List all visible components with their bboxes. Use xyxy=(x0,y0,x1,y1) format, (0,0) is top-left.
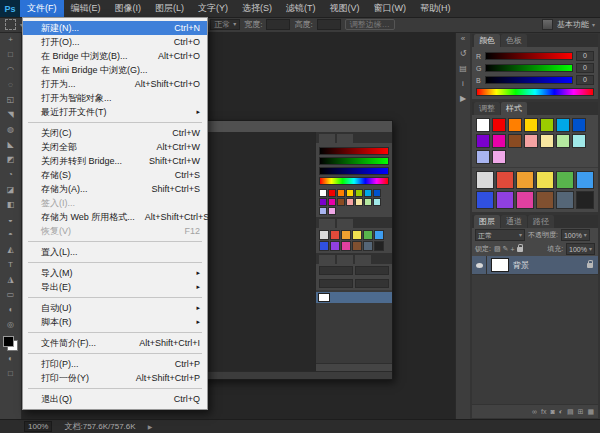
menubar-item-0[interactable]: 文件(F) xyxy=(20,0,64,17)
quick-mask-icon[interactable]: ◐ xyxy=(0,351,21,366)
swatch[interactable] xyxy=(373,198,381,206)
swatch[interactable] xyxy=(476,191,494,209)
file-menu-item-14[interactable]: 存储为 Web 所用格式...Alt+Shift+Ctrl+S xyxy=(23,210,207,224)
info-panel-icon[interactable]: i xyxy=(462,79,464,89)
lock-transparency-icon[interactable]: ▨ xyxy=(494,245,501,253)
file-menu-item-0[interactable]: 新建(N)...Ctrl+N xyxy=(23,21,207,35)
menubar-item-7[interactable]: 视图(V) xyxy=(323,0,367,17)
swatch[interactable] xyxy=(355,189,363,197)
file-menu-item-1[interactable]: 打开(O)...Ctrl+O xyxy=(23,35,207,49)
shape-tool-icon[interactable]: ▭ xyxy=(0,287,21,302)
channel-value[interactable]: 0 xyxy=(576,63,594,73)
swatch[interactable] xyxy=(330,241,340,251)
adjustment-layer-icon[interactable]: ◐ xyxy=(559,408,563,415)
swatch[interactable] xyxy=(496,191,514,209)
swatch[interactable] xyxy=(536,171,554,189)
file-menu-item-25[interactable]: 文件简介(F)...Alt+Shift+Ctrl+I xyxy=(23,336,207,350)
refine-edge-button[interactable]: 调整边缘… xyxy=(345,19,395,30)
swatch[interactable] xyxy=(540,134,554,148)
layer-row-background[interactable]: 背景 xyxy=(472,256,598,275)
file-menu-item-4[interactable]: 打开为...Alt+Shift+Ctrl+O xyxy=(23,77,207,91)
opacity-select[interactable]: 100%▾ xyxy=(561,229,590,241)
swatch[interactable] xyxy=(355,198,363,206)
swatch[interactable] xyxy=(524,134,538,148)
swatch[interactable] xyxy=(576,191,594,209)
menubar-item-9[interactable]: 帮助(H) xyxy=(413,0,458,17)
swatch[interactable] xyxy=(341,241,351,251)
swatch[interactable] xyxy=(508,134,522,148)
menubar-item-2[interactable]: 图像(I) xyxy=(108,0,149,17)
marquee-tool-icon[interactable]: □ xyxy=(0,47,21,62)
visibility-toggle[interactable] xyxy=(472,256,487,274)
layer-style-icon[interactable]: fx xyxy=(541,408,546,415)
tab-1[interactable]: 通道 xyxy=(501,215,527,228)
swatch[interactable] xyxy=(319,189,327,197)
swatch[interactable] xyxy=(319,230,329,240)
path-selection-tool-icon[interactable]: ◮ xyxy=(0,272,21,287)
swatch[interactable] xyxy=(508,118,522,132)
channel-value[interactable]: 0 xyxy=(576,75,594,85)
swatch[interactable] xyxy=(540,118,554,132)
workspace-switcher[interactable]: 基本功能▾ xyxy=(557,19,595,30)
swatch[interactable] xyxy=(352,230,362,240)
swatch[interactable] xyxy=(374,241,384,251)
new-layer-icon[interactable]: ⊞ xyxy=(578,408,584,416)
menubar-item-5[interactable]: 选择(S) xyxy=(235,0,279,17)
expand-panels-icon[interactable]: « xyxy=(461,34,465,44)
eyedropper-tool-icon[interactable]: ◥ xyxy=(0,107,21,122)
swatch[interactable] xyxy=(319,198,327,206)
tab-0[interactable]: 颜色 xyxy=(474,34,500,47)
file-menu-item-30[interactable]: 退出(Q)Ctrl+Q xyxy=(23,392,207,406)
file-menu-item-9[interactable]: 关闭全部Alt+Ctrl+W xyxy=(23,140,207,154)
file-menu-item-10[interactable]: 关闭并转到 Bridge...Shift+Ctrl+W xyxy=(23,154,207,168)
file-menu-item-6[interactable]: 最近打开文件(T)▸ xyxy=(23,105,207,119)
swatch[interactable] xyxy=(319,207,327,215)
swatch[interactable] xyxy=(363,230,373,240)
swatch[interactable] xyxy=(319,241,329,251)
swatch[interactable] xyxy=(346,198,354,206)
zoom-tool-icon[interactable]: ◎ xyxy=(0,317,21,332)
swatch[interactable] xyxy=(576,171,594,189)
file-menu-item-5[interactable]: 打开为智能对象... xyxy=(23,91,207,105)
delete-layer-icon[interactable]: ▦ xyxy=(587,408,594,416)
file-menu-item-2[interactable]: 在 Bridge 中浏览(B)...Alt+Ctrl+O xyxy=(23,49,207,63)
menubar-item-1[interactable]: 编辑(E) xyxy=(64,0,108,17)
blend-mode-select[interactable]: 正常▾ xyxy=(475,229,525,241)
menubar-item-3[interactable]: 图层(L) xyxy=(148,0,191,17)
swatch[interactable] xyxy=(476,150,490,164)
pen-tool-icon[interactable]: ◭ xyxy=(0,242,21,257)
file-menu-item-19[interactable]: 导入(M)▸ xyxy=(23,266,207,280)
height-input[interactable] xyxy=(317,19,341,30)
style-select[interactable]: 正常▾ xyxy=(210,19,240,30)
swatch[interactable] xyxy=(572,134,586,148)
width-input[interactable] xyxy=(266,19,290,30)
swatch[interactable] xyxy=(476,118,490,132)
layer-thumbnail[interactable] xyxy=(491,258,509,272)
file-menu-item-23[interactable]: 脚本(R)▸ xyxy=(23,315,207,329)
tab-0[interactable]: 图层 xyxy=(474,215,500,228)
swatch[interactable] xyxy=(328,189,336,197)
swatch[interactable] xyxy=(516,171,534,189)
blur-tool-icon[interactable]: ◒ xyxy=(0,212,21,227)
swatch[interactable] xyxy=(374,230,384,240)
tab-2[interactable]: 路径 xyxy=(528,215,554,228)
menubar-item-8[interactable]: 窗口(W) xyxy=(367,0,414,17)
screen-mode-icon[interactable]: □ xyxy=(0,366,21,381)
swatch[interactable] xyxy=(364,189,372,197)
file-menu-item-27[interactable]: 打印(P)...Ctrl+P xyxy=(23,357,207,371)
swatch[interactable] xyxy=(492,150,506,164)
layer-mask-icon[interactable]: ◙ xyxy=(550,408,554,415)
channel-slider[interactable] xyxy=(485,76,573,84)
dodge-tool-icon[interactable]: ◓ xyxy=(0,227,21,242)
zoom-level-field[interactable]: 100% xyxy=(24,421,52,432)
brush-tool-icon[interactable]: ◣ xyxy=(0,137,21,152)
swatch[interactable] xyxy=(524,118,538,132)
file-menu-item-28[interactable]: 打印一份(Y)Alt+Shift+Ctrl+P xyxy=(23,371,207,385)
swatch[interactable] xyxy=(556,134,570,148)
swatch[interactable] xyxy=(328,207,336,215)
swatch[interactable] xyxy=(556,191,574,209)
file-menu-item-8[interactable]: 关闭(C)Ctrl+W xyxy=(23,126,207,140)
foreground-color-swatch[interactable] xyxy=(3,336,14,347)
swatch[interactable] xyxy=(572,118,586,132)
layer-name[interactable]: 背景 xyxy=(513,260,587,271)
